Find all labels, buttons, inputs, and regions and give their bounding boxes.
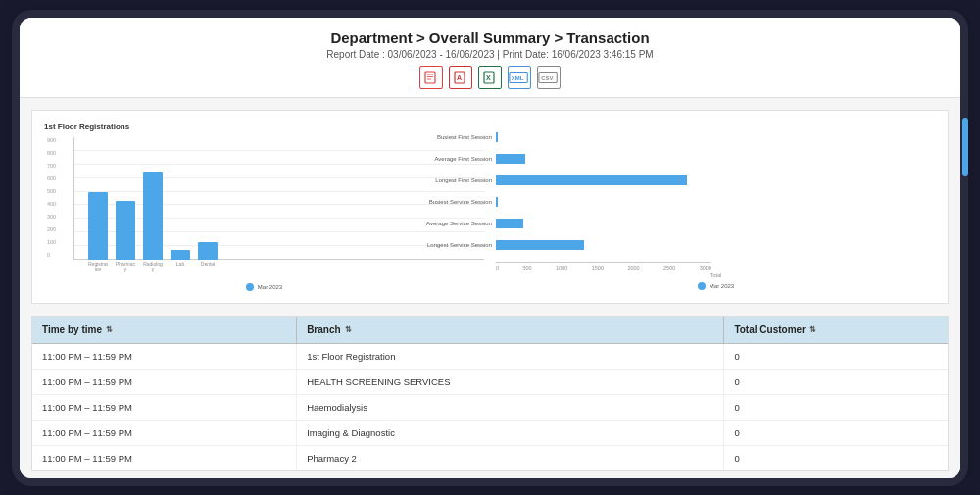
svg-text:CSV: CSV	[541, 74, 553, 80]
td-branch-4: Imaging & Diagnostic	[296, 421, 723, 445]
left-chart: 1st Floor Registrations 900 800 700 600 …	[44, 123, 484, 291]
pdf-export-button[interactable]	[419, 66, 443, 89]
page-breadcrumb: Department > Overall Summary > Transacti…	[20, 29, 960, 46]
report-date: Report Date : 03/06/2023 - 16/06/2023 | …	[20, 49, 960, 60]
td-branch-2: HEALTH SCREENING SERVICES	[296, 370, 723, 394]
bar-2	[116, 201, 135, 260]
adobe-export-button[interactable]: A	[449, 66, 472, 89]
td-branch-5: Pharmacy 2	[296, 446, 723, 470]
right-chart: Busiest First Session Average First Sess…	[496, 123, 936, 291]
bar-1	[88, 192, 108, 260]
td-branch-3: Haemodialysis	[296, 395, 723, 420]
td-branch-1: 1st Floor Registration	[296, 344, 723, 369]
h-bar-row-3: Longest First Session	[496, 175, 936, 185]
th-branch: Branch ⇅	[296, 317, 723, 343]
svg-text:A: A	[457, 74, 462, 81]
td-time-5: 11:00 PM – 11:59 PM	[32, 446, 296, 470]
td-time-4: 11:00 PM – 11:59 PM	[32, 421, 296, 445]
h-bar-row-6: Longest Service Session	[496, 240, 936, 250]
legend-dot	[246, 283, 254, 291]
table-row: 11:00 PM – 11:59 PM Haemodialysis 0	[32, 395, 948, 421]
export-icons: A X XML CSV	[20, 66, 960, 89]
left-chart-legend: Mar 2023	[44, 283, 484, 291]
x-label-5: Dental	[198, 262, 218, 268]
svg-text:X: X	[486, 74, 491, 81]
right-chart-legend: Mar 2023	[496, 282, 936, 290]
h-bar-label-4: Busiest Service Session	[416, 199, 492, 205]
charts-section: 1st Floor Registrations 900 800 700 600 …	[31, 110, 949, 304]
svg-text:XML: XML	[512, 74, 524, 80]
bar-4	[171, 250, 190, 260]
h-bar-label-5: Average Service Session	[416, 221, 492, 226]
xml-export-button[interactable]: XML	[508, 66, 531, 89]
device-frame: Department > Overall Summary > Transacti…	[20, 18, 960, 478]
main-content: 1st Floor Registrations 900 800 700 600 …	[20, 98, 960, 478]
table-row: 11:00 PM – 11:59 PM 1st Floor Registrati…	[32, 344, 948, 370]
left-chart-title: 1st Floor Registrations	[44, 123, 484, 131]
td-time-2: 11:00 PM – 11:59 PM	[32, 370, 296, 394]
right-chart-legend-label: Mar 2023	[710, 283, 734, 289]
th-time: Time by time ⇅	[32, 317, 296, 343]
h-bar-label-1: Busiest First Session	[416, 134, 492, 140]
svg-rect-0	[425, 72, 435, 83]
th-time-label: Time by time	[42, 324, 102, 335]
h-bar-5	[496, 219, 523, 228]
h-bar-4	[496, 197, 498, 207]
h-bar-label-6: Longest Service Session	[416, 242, 492, 248]
bar-3	[143, 172, 163, 260]
h-bar-row-5: Average Service Session	[496, 219, 936, 228]
th-total: Total Customer ⇅	[723, 317, 948, 343]
h-bar-3	[496, 175, 687, 185]
bar-5	[198, 242, 218, 260]
td-time-3: 11:00 PM – 11:59 PM	[32, 395, 296, 420]
table-row: 11:00 PM – 11:59 PM Imaging & Diagnostic…	[32, 421, 948, 446]
header: Department > Overall Summary > Transacti…	[20, 18, 960, 98]
td-total-5: 0	[723, 446, 948, 470]
td-total-3: 0	[723, 395, 948, 420]
left-chart-legend-label: Mar 2023	[258, 284, 282, 290]
csv-export-button[interactable]: CSV	[537, 66, 561, 89]
td-total-2: 0	[723, 370, 948, 394]
h-bar-label-3: Longest First Session	[416, 177, 492, 183]
h-bar-row-2: Average First Session	[496, 154, 936, 164]
table-header: Time by time ⇅ Branch ⇅ Total Customer ⇅	[32, 317, 948, 344]
x-label-4: Lab	[171, 262, 190, 268]
h-bar-row-1: Busiest First Session	[496, 132, 936, 142]
right-legend-dot	[698, 282, 706, 290]
x-label-3: Radiology	[143, 262, 163, 272]
right-chart-x-label: Total	[496, 272, 936, 278]
h-bar-label-2: Average First Session	[416, 156, 492, 162]
h-bar-row-4: Busiest Service Session	[496, 197, 936, 207]
sort-branch-icon[interactable]: ⇅	[345, 325, 352, 334]
td-total-1: 0	[723, 344, 948, 369]
sort-time-icon[interactable]: ⇅	[106, 325, 113, 334]
table-row: 11:00 PM – 11:59 PM Pharmacy 2 0	[32, 446, 948, 470]
right-chart-x-axis: 0 500 1000 1500 2000 2500 3000	[496, 262, 711, 271]
td-time-1: 11:00 PM – 11:59 PM	[32, 344, 296, 369]
x-label-1: Registration	[88, 262, 108, 272]
h-bar-2	[496, 154, 525, 164]
h-bar-1	[496, 132, 498, 142]
table-row: 11:00 PM – 11:59 PM HEALTH SCREENING SER…	[32, 370, 948, 395]
x-label-2: Pharmacy	[116, 262, 135, 272]
h-bar-6	[496, 240, 584, 250]
excel-export-button[interactable]: X	[478, 66, 502, 89]
sort-total-icon[interactable]: ⇅	[809, 325, 816, 334]
th-branch-label: Branch	[307, 324, 340, 335]
td-total-4: 0	[723, 421, 948, 445]
th-total-label: Total Customer	[734, 324, 806, 335]
data-table: Time by time ⇅ Branch ⇅ Total Customer ⇅…	[31, 316, 949, 471]
